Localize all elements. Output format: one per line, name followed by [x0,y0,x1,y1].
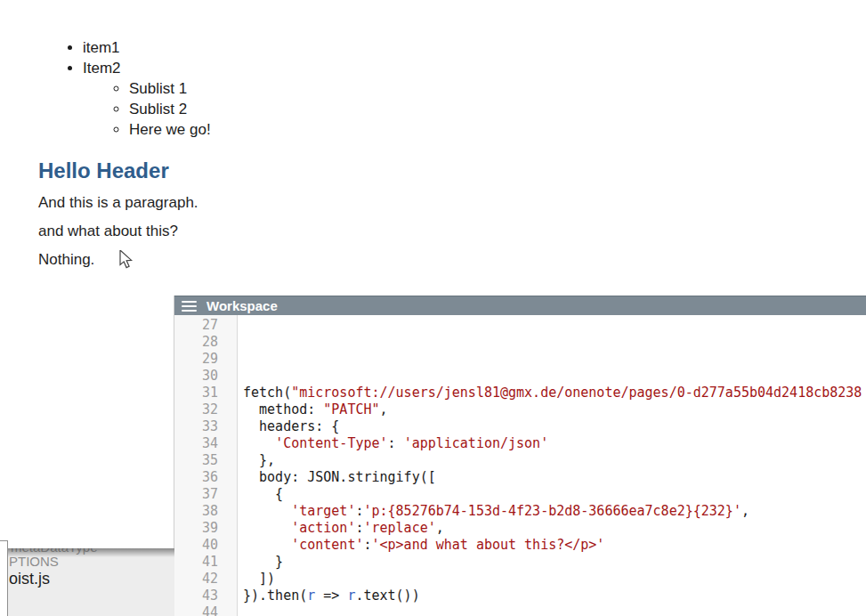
paragraph: Nothing. [38,251,866,269]
line-number: 28 [174,334,218,351]
autocomplete-item[interactable]: oist.js [9,570,50,588]
line-number: 35 [174,452,218,469]
line-number: 42 [174,571,218,588]
line-number: 38 [174,503,218,520]
list-item: item1 [83,37,866,58]
list-item: Item2Sublist 1Sublist 2Here we go! [83,58,866,140]
workspace-panel: Workspace 272829303132333435363738394041… [174,296,866,616]
hamburger-menu-icon[interactable] [182,301,197,312]
sub-list-item: Sublist 1 [129,78,866,99]
line-number: 40 [174,537,218,554]
bullet-list: item1Item2Sublist 1Sublist 2Here we go! [38,37,866,140]
code-line[interactable]: }).then(r => r.text()) [243,588,866,604]
paragraph: And this is a paragraph. [38,194,866,212]
line-number: 31 [174,385,218,401]
line-number: 33 [174,418,218,435]
code-line[interactable]: body: JSON.stringify([ [243,469,866,486]
autocomplete-popup: metaDataType PTIONS oist.js [8,548,174,616]
line-number: 41 [174,554,218,571]
code-line[interactable] [243,334,866,351]
paragraph: and what about this? [38,223,866,240]
code-line[interactable]: 'Content-Type': 'application/json' [243,435,866,452]
line-number: 37 [174,486,218,503]
code-line[interactable]: ]) [243,571,866,588]
code-line[interactable]: headers: { [243,418,866,435]
code-line[interactable] [243,317,866,334]
notebook-page: item1Item2Sublist 1Sublist 2Here we go! … [0,0,866,269]
code-line[interactable] [243,604,866,616]
code-line[interactable] [243,351,866,368]
autocomplete-item[interactable]: PTIONS [9,554,59,569]
autocomplete-item-truncated[interactable]: metaDataType [11,548,98,555]
line-number: 44 [174,604,218,616]
sub-list: Sublist 1Sublist 2Here we go! [83,78,866,140]
workspace-header: Workspace [174,296,866,315]
line-number: 27 [174,317,218,334]
code-line[interactable]: fetch("microsoft://users/jensl81@gmx.de/… [243,385,866,401]
code-line[interactable]: method: "PATCH", [243,401,866,418]
code-line[interactable]: 'target':'p:{85276b74-153d-4f23-b2d8-366… [243,503,866,520]
workspace-title: Workspace [206,298,278,313]
sub-list-item: Here we go! [129,119,866,140]
code-content[interactable]: fetch("microsoft://users/jensl81@gmx.de/… [238,315,866,616]
code-line[interactable] [243,368,866,385]
mouse-cursor-icon [119,250,137,270]
line-number: 34 [174,435,218,452]
code-line[interactable]: 'content':'<p>and what about this?</p>' [243,537,866,554]
line-number: 43 [174,588,218,604]
code-editor[interactable]: 272829303132333435363738394041424344 fet… [174,315,866,616]
popup-corner [0,540,8,616]
line-number: 32 [174,401,218,418]
code-line[interactable]: 'action':'replace', [243,520,866,537]
page-heading: Hello Header [38,158,866,183]
paragraphs: And this is a paragraph.and what about t… [38,194,866,269]
line-number: 39 [174,520,218,537]
line-number: 36 [174,469,218,486]
code-line[interactable]: { [243,486,866,503]
code-line[interactable]: } [243,554,866,571]
code-line[interactable]: }, [243,452,866,469]
sub-list-item: Sublist 2 [129,99,866,119]
line-number-gutter: 272829303132333435363738394041424344 [174,315,238,616]
line-number: 29 [174,351,218,368]
line-number: 30 [174,368,218,385]
